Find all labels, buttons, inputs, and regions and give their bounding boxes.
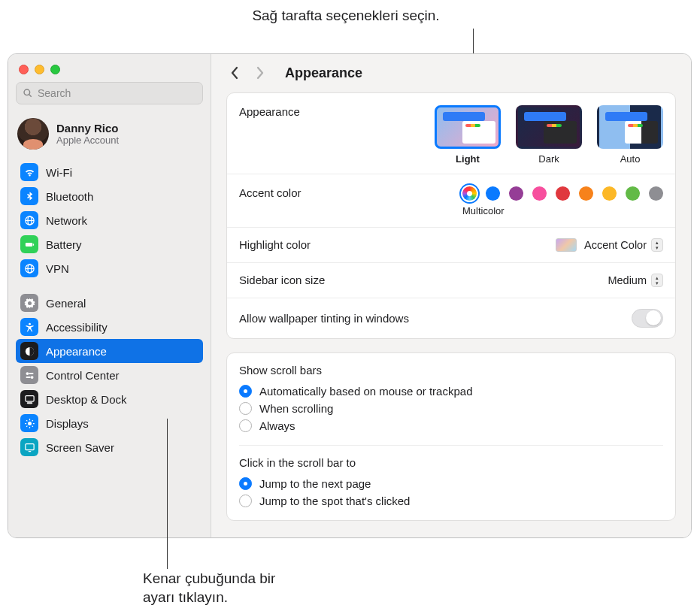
sidebar-item-network[interactable]: Network <box>16 208 203 232</box>
search-input[interactable]: Search <box>16 82 203 104</box>
radio-label: Always <box>259 419 295 432</box>
svg-point-12 <box>26 372 29 375</box>
svg-rect-6 <box>32 244 33 246</box>
highlight-color-row: Highlight color Accent Color ▴▾ <box>227 228 675 263</box>
sidebar-item-general[interactable]: General <box>16 291 203 315</box>
appearance-panel: Appearance LightDarkAuto Accent color Mu… <box>226 92 676 339</box>
svg-rect-5 <box>25 243 32 247</box>
sidebar-item-label: Bluetooth <box>46 190 93 203</box>
sidebar-item-desktopdock[interactable]: Desktop & Dock <box>16 387 203 411</box>
sidebar-item-label: Screen Saver <box>46 441 114 454</box>
mode-label: Auto <box>620 153 641 165</box>
accent-swatch-orange[interactable] <box>579 186 593 201</box>
forward-button[interactable] <box>249 62 271 84</box>
scrollbars-option[interactable]: Automatically based on mouse or trackpad <box>239 383 663 400</box>
sidebar: Search Danny Rico Apple Account Wi-FiBlu… <box>8 54 211 537</box>
sidebar-item-accessibility[interactable]: Accessibility <box>16 315 203 339</box>
svg-point-0 <box>24 89 30 95</box>
sidebar-item-battery[interactable]: Battery <box>16 232 203 256</box>
svg-line-24 <box>32 425 32 426</box>
svg-rect-28 <box>28 450 31 451</box>
radio-icon <box>239 385 252 398</box>
sidebar-icon-size-row: Sidebar icon size Medium ▴▾ <box>227 263 675 298</box>
highlight-swatch-icon <box>556 238 577 252</box>
radio-icon <box>239 495 252 507</box>
zoom-button[interactable] <box>50 65 60 74</box>
sidebar-item-displays[interactable]: Displays <box>16 411 203 435</box>
svg-line-26 <box>32 420 32 421</box>
mode-preview-auto <box>597 105 663 149</box>
accent-swatch-yellow[interactable] <box>602 186 617 201</box>
appearance-mode-dark[interactable]: Dark <box>516 105 582 165</box>
sidebar-item-controlcenter[interactable]: Control Center <box>16 363 203 387</box>
accent-label: Accent color <box>239 186 302 199</box>
bluetooth-icon <box>20 187 38 205</box>
wifi-icon <box>20 163 38 181</box>
popup-chevrons-icon: ▴▾ <box>651 274 663 287</box>
svg-point-18 <box>28 422 32 425</box>
svg-rect-13 <box>29 373 33 374</box>
scrollbars-option[interactable]: Always <box>239 417 663 434</box>
svg-line-25 <box>26 425 27 426</box>
wallpaper-tinting-toggle[interactable] <box>632 309 663 328</box>
minimize-button[interactable] <box>35 65 44 74</box>
sidebar-size-value: Medium <box>608 274 647 286</box>
page-title: Appearance <box>285 65 362 81</box>
battery-icon <box>20 235 38 253</box>
callout-line-bottom <box>167 419 168 569</box>
accent-selected-label: Multicolor <box>462 205 663 216</box>
sidebar-item-label: General <box>46 297 86 310</box>
click-scroll-option[interactable]: Jump to the next page <box>239 475 663 492</box>
sidebar-item-bluetooth[interactable]: Bluetooth <box>16 184 203 208</box>
sidebar-item-vpn[interactable]: VPN <box>16 256 203 280</box>
accent-swatch-blue[interactable] <box>486 186 500 201</box>
sidebar-item-label: Accessibility <box>46 321 108 334</box>
apple-account-row[interactable]: Danny Rico Apple Account <box>16 115 203 160</box>
appearance-mode-light[interactable]: Light <box>435 105 501 165</box>
main-content: Appearance Appearance LightDarkAuto Acce… <box>211 54 691 537</box>
radio-icon <box>239 402 252 415</box>
back-button[interactable] <box>223 62 246 84</box>
vpn-icon <box>20 259 38 277</box>
radio-label: Jump to the spot that's clicked <box>259 495 410 507</box>
sidebar-item-label: VPN <box>46 262 69 275</box>
svg-point-10 <box>29 322 31 325</box>
click-scrollbar-title: Click in the scroll bar to <box>239 456 663 469</box>
sidebar-size-popup[interactable]: Medium ▴▾ <box>608 274 663 287</box>
callout-top: Sağ tarafta seçenekleri seçin. <box>180 8 511 24</box>
click-scroll-option[interactable]: Jump to the spot that's clicked <box>239 492 663 510</box>
sidebar-item-label: Control Center <box>46 369 120 382</box>
accent-swatch-red[interactable] <box>556 186 570 201</box>
network-icon <box>20 211 38 229</box>
appearance-mode-auto[interactable]: Auto <box>597 105 663 165</box>
highlight-color-popup[interactable]: Accent Color ▴▾ <box>556 238 663 252</box>
account-name: Danny Rico <box>56 122 119 135</box>
mode-label: Light <box>456 153 480 165</box>
sidebar-item-label: Battery <box>46 238 82 251</box>
radio-label: When scrolling <box>259 402 333 415</box>
radio-label: Jump to the next page <box>259 477 371 490</box>
chevron-left-icon <box>230 66 239 80</box>
dock-icon <box>20 390 38 408</box>
sidebar-item-label: Wi-Fi <box>46 166 72 179</box>
accent-swatch-purple[interactable] <box>509 186 523 201</box>
wallpaper-tinting-row: Allow wallpaper tinting in windows <box>227 298 675 338</box>
sidebar-item-label: Appearance <box>46 345 107 358</box>
appearance-icon <box>20 342 38 360</box>
mode-preview-light <box>435 105 501 149</box>
main-header: Appearance <box>211 54 691 92</box>
sidebar-size-label: Sidebar icon size <box>239 274 325 286</box>
accent-swatch-pink[interactable] <box>532 186 547 201</box>
sidebar-item-label: Desktop & Dock <box>46 393 127 406</box>
accent-swatch-gray[interactable] <box>649 186 663 201</box>
svg-rect-17 <box>26 402 32 404</box>
accent-swatch-multi[interactable] <box>462 186 477 201</box>
sidebar-item-wifi[interactable]: Wi-Fi <box>16 160 203 184</box>
close-button[interactable] <box>19 65 29 74</box>
accent-swatch-green[interactable] <box>626 186 640 201</box>
sidebar-item-appearance[interactable]: Appearance <box>16 339 203 363</box>
scrollbars-option[interactable]: When scrolling <box>239 400 663 417</box>
sidebar-item-screensaver[interactable]: Screen Saver <box>16 435 203 459</box>
account-subtitle: Apple Account <box>56 135 119 146</box>
scrollbars-title: Show scroll bars <box>239 364 663 377</box>
